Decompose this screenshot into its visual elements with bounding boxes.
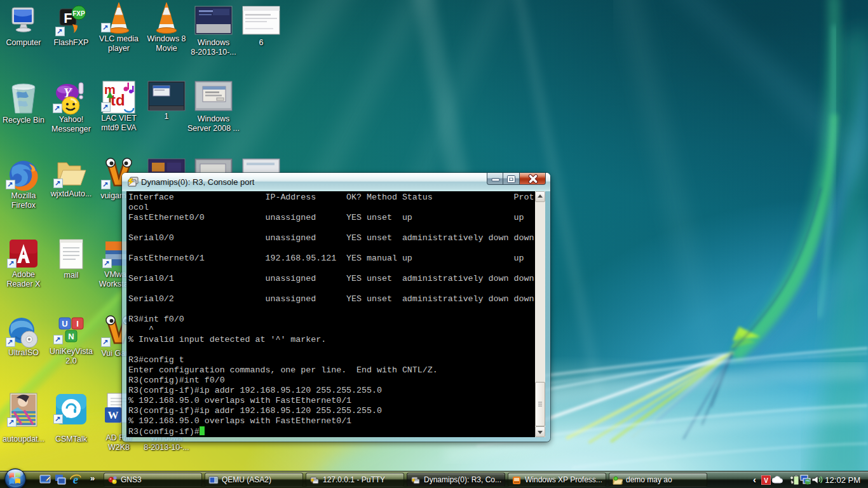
svg-text:FXP: FXP — [72, 10, 85, 17]
svg-text:V: V — [764, 477, 768, 484]
svg-text:F: F — [64, 10, 72, 26]
svg-text:U: U — [62, 319, 67, 329]
svg-text:N: N — [68, 332, 74, 341]
svg-text:W: W — [108, 409, 119, 421]
svg-text:I: I — [76, 319, 79, 329]
svg-text:td: td — [111, 92, 125, 109]
